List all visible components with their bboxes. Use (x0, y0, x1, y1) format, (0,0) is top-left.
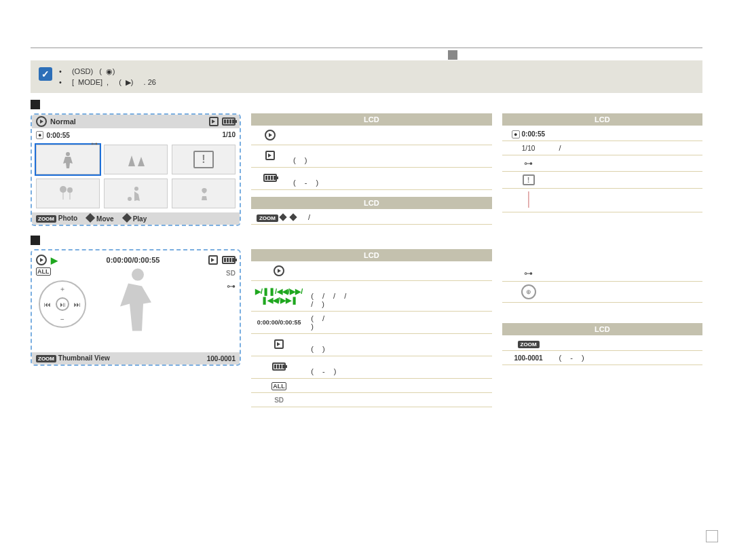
all-icon: ALL (36, 267, 51, 276)
page-number-box (706, 530, 718, 542)
thumb-4[interactable] (36, 179, 100, 208)
lcd-title-f: LCD (502, 323, 702, 335)
warning-icon: ! (523, 174, 535, 185)
sd-label: SD (226, 269, 236, 277)
diamond-icon (279, 213, 286, 221)
legend-desc: ( / ) (307, 312, 491, 334)
legend-row: SD (251, 393, 492, 407)
thumb-5-soccer (124, 184, 147, 203)
menu-move[interactable]: Move (87, 214, 114, 223)
menu-move-label: Move (96, 215, 114, 223)
menu-photo-label: Photo (58, 214, 77, 222)
rec-badge-icon: ● (36, 131, 43, 139)
legend-row (251, 263, 492, 281)
legend-desc: ( - ) (555, 351, 702, 365)
diamond-icon (289, 213, 297, 221)
play-mode-icon (274, 265, 284, 276)
thumb-6[interactable] (172, 179, 236, 208)
legend-row: ZOOM (502, 337, 702, 351)
skip-back-icon: ⏮ (44, 301, 51, 308)
legend-table-b: ● 0:00:55 1/10 / ⊶ ! (502, 127, 702, 212)
legend-counter: 1/10 (502, 141, 555, 155)
note-line-2: • [MODE], (▶) . 26 (59, 77, 694, 88)
legend-desc (555, 282, 702, 303)
legend-desc: ( ) (307, 334, 491, 356)
minus-icon: − (60, 316, 64, 323)
single-silhouette (92, 261, 180, 336)
thumb-bottom-bar: ZOOM Photo Move Play (32, 212, 240, 225)
check-icon (39, 67, 52, 81)
svg-point-0 (60, 186, 67, 193)
section-square-icon (31, 236, 40, 245)
thumbnail-screen-col: Normal ● 0:00:55 1/10 ⊶ (31, 113, 241, 229)
legend-desc: / (304, 210, 492, 225)
section-square-icon (31, 100, 40, 109)
legend-col-b: LCD ● 0:00:55 1/10 / ⊶ ! (502, 113, 702, 212)
thumb-2-sailboats (124, 150, 147, 169)
thumb-3[interactable]: ! (172, 145, 236, 174)
legend-desc (307, 393, 491, 407)
menu-play[interactable]: Play (124, 214, 147, 223)
legend-desc (555, 155, 702, 172)
legend-row: ▶/❚❚/◀◀/▶▶/❚◀◀/▶▶❚ ( / / / / ) (251, 281, 492, 312)
warning-icon: ! (193, 151, 214, 168)
plus-icon: ＋ (59, 284, 66, 294)
legend-table-d: ▶/❚❚/◀◀/▶▶/❚◀◀/▶▶❚ ( / / / / ) 0:00:00/0… (251, 263, 492, 407)
top-rule (31, 48, 702, 48)
battery-icon (222, 117, 236, 126)
nav-circle-icon: ⊕ (521, 284, 536, 299)
ok-icon: ⏯ (56, 297, 69, 311)
legend-desc: / (555, 141, 702, 155)
lcd-title-c: LCD (251, 197, 492, 209)
thumb-1[interactable]: ⊶ (36, 145, 100, 174)
play-mode-icon (36, 255, 47, 265)
legend-col-d: LCD ▶/❚❚/◀◀/▶▶/❚◀◀/▶▶❚ ( / / / / ) 0:00:… (251, 249, 492, 407)
play-controls-icon: ▶/❚❚/◀◀/▶▶/❚◀◀/▶▶❚ (255, 287, 303, 304)
legend-desc (555, 172, 702, 189)
menu-thumbnail[interactable]: ZOOM Thumbnail View (36, 354, 110, 362)
file-number: 100-0001 (207, 355, 236, 362)
skip-fwd-icon: ⏭ (74, 301, 81, 308)
lcd-title-b: LCD (502, 113, 702, 126)
lock-icon: ⊶ (524, 268, 533, 278)
legend-col-a: LCD ( ) ( - ) LCD ZOOM (251, 113, 492, 225)
legend-row: 1/10 / (502, 141, 702, 155)
single-screen: ▶ 0:00:00/0:00:55 ALL SD ⊶ ＋ ⏮ ⏯ ⏭ (31, 249, 241, 366)
nav-circle[interactable]: ＋ ⏮ ⏯ ⏭ − (39, 280, 86, 328)
single-bottom-bar: ZOOM Thumbnail View 100-0001 (32, 352, 240, 365)
memory-card-icon (209, 117, 219, 126)
legend-desc: ( - ) (289, 168, 492, 190)
battery-icon (222, 256, 236, 264)
lock-icon: ⊶ (524, 158, 533, 168)
note-osd-label: (OSD) (72, 67, 93, 75)
legend-row: ⊶ (502, 265, 702, 282)
note-line-1: • (OSD) (◉) (59, 66, 694, 77)
legend-row: ⊶ (502, 155, 702, 172)
note-lines: • (OSD) (◉) • [MODE], (▶) . 26 (59, 66, 694, 88)
scroll-bar-icon (528, 191, 529, 208)
play-mode-icon (265, 130, 276, 141)
thumb-1-silhouette (56, 149, 80, 170)
legend-desc (555, 337, 702, 351)
thumb-5[interactable] (104, 179, 168, 208)
play-mode-icon (36, 116, 47, 127)
thumb-mode-label: Normal (50, 117, 206, 126)
legend-table-a: ( ) ( - ) (251, 127, 492, 190)
thumb-grid: ⊶ ! (32, 142, 240, 212)
note-mode-label: MODE (78, 78, 100, 86)
legend-col-ef: ⊶ ⊕ LCD ZOOM 100-0001 ( - ) (502, 249, 702, 365)
svg-point-1 (67, 187, 73, 193)
thumb-counter: 1/10 (223, 131, 236, 139)
move-icon (86, 213, 95, 223)
battery-icon (263, 174, 277, 182)
legend-row: ● 0:00:55 (502, 127, 702, 141)
zoom-icon: ZOOM (257, 214, 278, 222)
legend-row (502, 189, 702, 212)
thumb-2[interactable] (104, 145, 168, 174)
legend-desc: ( ) (289, 145, 492, 168)
section-1-header (31, 100, 702, 109)
play-icon: ▶ (51, 255, 58, 265)
zoom-icon: ZOOM (518, 341, 540, 348)
legend-desc (307, 263, 491, 281)
menu-zoom[interactable]: ZOOM Photo (36, 214, 77, 223)
